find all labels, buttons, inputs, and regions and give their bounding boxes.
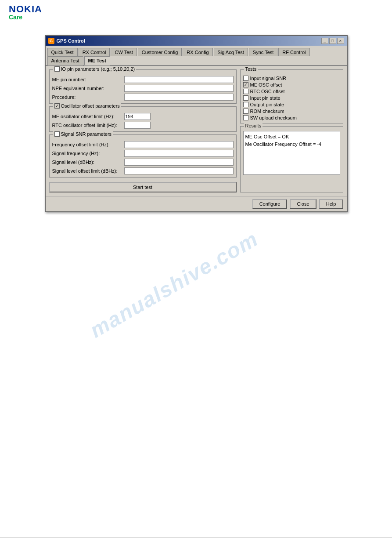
results-box: ME Osc Offset = OK Me Oscillator Frequen… (243, 131, 340, 175)
nokia-header: NOKIA Care (0, 0, 392, 24)
signal-freq-label: Signal frequency (Hz): (52, 151, 122, 156)
page-content: manualshive.com G GPS Control _ □ × Quic… (0, 31, 392, 217)
io-pin-group: IO pin parameters (e.g.; 5,10,20,2) ME p… (49, 69, 237, 104)
procedure-input[interactable] (124, 94, 234, 101)
rtc-osc-label: RTC oscillator offset limit (Hz): (52, 123, 122, 128)
signal-level-offset-label: Signal level offset limit (dBHz): (52, 168, 122, 174)
procedure-row: Procedure: (52, 94, 234, 101)
dialog-controls: _ □ × (321, 38, 344, 44)
dialog-titlebar: G GPS Control _ □ × (46, 36, 347, 46)
test-output-pin-label: Output pin state (250, 102, 284, 107)
tab-rx-control[interactable]: RX Control (79, 48, 110, 56)
dialog-content: IO pin parameters (e.g.; 5,10,20,2) ME p… (49, 69, 343, 192)
oscillator-legend: ✓ Oscillator offset parameters (53, 103, 121, 109)
tab-rx-config[interactable]: RX Config (183, 48, 212, 56)
dialog-title-left: G GPS Control (48, 38, 85, 44)
me-pin-row: ME pin number: (52, 76, 234, 83)
minimize-button[interactable]: _ (321, 38, 328, 44)
close-title-button[interactable]: × (337, 38, 344, 44)
signal-level-offset-input[interactable] (124, 167, 234, 174)
tests-group: Tests Input signal SNR ✓ ME OSC offset (240, 69, 343, 123)
test-sw-upload-checkbox[interactable] (243, 115, 248, 120)
test-input-pin-label: Input pin state (250, 95, 281, 101)
me-osc-input[interactable] (124, 113, 151, 120)
oscillator-legend-text: Oscillator offset parameters (61, 103, 120, 109)
help-button[interactable]: Help (319, 199, 343, 209)
tests-legend: Tests (244, 66, 258, 72)
test-sw-upload: SW upload checksum (243, 115, 340, 120)
configure-button[interactable]: Configure (252, 199, 288, 209)
results-line-2: Me Oscillator Frequency Offset = -4 (245, 141, 338, 148)
signal-snr-legend: Signal SNR parameters (53, 131, 113, 137)
tab-sig-acq-test[interactable]: Sig Acq Test (214, 48, 248, 56)
tab-quick-test[interactable]: Quick Test (47, 48, 78, 56)
npe-label: NPE equivalent number: (52, 86, 122, 91)
test-me-osc-checkbox[interactable]: ✓ (243, 82, 248, 87)
me-osc-label: ME oscillator offset limit (Hz): (52, 114, 122, 119)
test-output-pin: Output pin state (243, 102, 340, 107)
signal-snr-group: Signal SNR parameters Frequency offset l… (49, 134, 237, 178)
signal-snr-checkbox[interactable] (54, 131, 60, 137)
dialog-window: G GPS Control _ □ × Quick Test RX Contro… (45, 35, 348, 212)
test-input-snr-checkbox[interactable] (243, 76, 248, 81)
start-test-row: Start test (49, 182, 237, 192)
dialog-body: IO pin parameters (e.g.; 5,10,20,2) ME p… (46, 66, 347, 196)
freq-offset-label: Frequency offset limit (Hz): (52, 142, 122, 147)
tab-me-test[interactable]: ME Test (84, 56, 110, 65)
freq-offset-input[interactable] (124, 141, 234, 148)
page-footer-line (0, 537, 392, 537)
right-panel: Tests Input signal SNR ✓ ME OSC offset (240, 69, 343, 192)
results-line-1: ME Osc Offset = OK (245, 133, 338, 141)
restore-button[interactable]: □ (329, 38, 336, 44)
npe-row: NPE equivalent number: (52, 85, 234, 92)
oscillator-group: ✓ Oscillator offset parameters ME oscill… (49, 106, 237, 132)
test-rom-checksum-label: ROM checksum (250, 109, 284, 114)
npe-input[interactable] (124, 85, 234, 92)
tab-rf-control[interactable]: RF Control (278, 48, 309, 56)
signal-level-label: Signal level (dBHz): (52, 160, 122, 165)
test-input-snr: Input signal SNR (243, 76, 340, 81)
procedure-label: Procedure: (52, 94, 122, 100)
rtc-osc-row: RTC oscillator offset limit (Hz): (52, 122, 234, 129)
results-legend-text: Results (245, 123, 262, 128)
dialog-title-icon: G (48, 38, 54, 44)
tests-legend-text: Tests (245, 66, 257, 72)
test-input-pin-checkbox[interactable] (243, 95, 248, 101)
test-me-osc-label: ME OSC offset (250, 82, 282, 87)
test-rtc-osc-label: RTC OSC offset (250, 89, 285, 94)
signal-level-row: Signal level (dBHz): (52, 159, 234, 166)
tab-customer-config[interactable]: Customer Config (138, 48, 182, 56)
test-rtc-osc-checkbox[interactable] (243, 89, 248, 94)
nokia-care-text: Care (9, 14, 383, 20)
io-pin-legend-text: IO pin parameters (e.g.; 5,10,20,2) (61, 66, 135, 72)
test-sw-upload-label: SW upload checksum (250, 115, 297, 120)
test-rtc-osc: RTC OSC offset (243, 89, 340, 94)
io-pin-legend: IO pin parameters (e.g.; 5,10,20,2) (53, 66, 137, 72)
left-panel: IO pin parameters (e.g.; 5,10,20,2) ME p… (49, 69, 237, 192)
me-osc-row: ME oscillator offset limit (Hz): (52, 113, 234, 120)
me-pin-input[interactable] (124, 76, 234, 83)
dialog-title-text: GPS Control (57, 38, 85, 44)
oscillator-checkbox[interactable]: ✓ (54, 103, 60, 109)
test-me-osc: ✓ ME OSC offset (243, 82, 340, 87)
test-input-snr-label: Input signal SNR (250, 76, 287, 81)
signal-freq-input[interactable] (124, 150, 234, 157)
test-output-pin-checkbox[interactable] (243, 102, 248, 107)
tab-sync-test[interactable]: Sync Test (249, 48, 278, 56)
results-group: Results ME Osc Offset = OK Me Oscillator… (240, 126, 343, 192)
tab-cw-test[interactable]: CW Test (111, 48, 137, 56)
start-test-button[interactable]: Start test (49, 182, 237, 192)
nokia-logo: NOKIA Care (9, 4, 383, 20)
me-pin-label: ME pin number: (52, 77, 122, 82)
signal-level-input[interactable] (124, 159, 234, 166)
rtc-osc-input[interactable] (124, 122, 151, 129)
io-pin-checkbox[interactable] (54, 66, 60, 72)
signal-snr-legend-text: Signal SNR parameters (61, 131, 112, 137)
test-rom-checksum: ROM checksum (243, 109, 340, 114)
close-button[interactable]: Close (290, 199, 316, 209)
nokia-logo-text: NOKIA (9, 4, 383, 14)
test-rom-checksum-checkbox[interactable] (243, 109, 248, 114)
tabs-bar: Quick Test RX Control CW Test Customer C… (46, 46, 347, 66)
tab-antenna-test[interactable]: Antenna Test (47, 56, 83, 65)
freq-offset-row: Frequency offset limit (Hz): (52, 141, 234, 148)
